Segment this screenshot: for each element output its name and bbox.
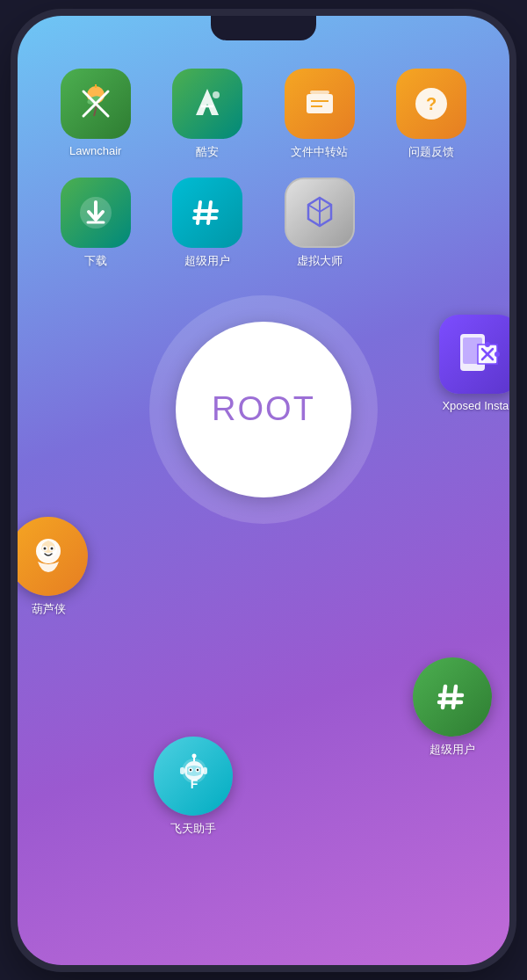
app-label-superuser: 超级用户	[184, 253, 230, 269]
app-icon-xposed-grid	[396, 178, 466, 248]
app-label-virtual: 虚拟大师	[297, 253, 343, 269]
app-item-superuser[interactable]: 超级用户	[156, 178, 260, 269]
svg-point-25	[36, 539, 61, 563]
svg-rect-51	[180, 767, 184, 774]
app-icon-filetransfer	[285, 69, 355, 139]
floating-app-superuser[interactable]: 超级用户	[413, 657, 492, 758]
app-icon-lawnchair	[61, 69, 131, 139]
phone-frame: Lawnchair 酷安	[18, 16, 509, 965]
svg-rect-9	[310, 91, 329, 94]
svg-line-39	[453, 686, 456, 708]
floating-app-huluxia[interactable]: 葫芦侠	[18, 517, 88, 617]
svg-line-22	[320, 205, 331, 212]
app-label-download: 下载	[84, 253, 107, 269]
svg-point-30	[51, 547, 54, 549]
svg-point-35	[495, 352, 500, 357]
app-label-feedback: 问题反馈	[408, 144, 454, 160]
app-item-lawnchair[interactable]: Lawnchair	[44, 69, 148, 160]
floating-icon-superuser	[413, 657, 492, 737]
svg-point-49	[191, 754, 196, 759]
root-area[interactable]: ROOT	[44, 295, 483, 524]
app-label-kuanapp: 酷安	[196, 144, 219, 160]
svg-text:?: ?	[426, 94, 437, 113]
svg-point-29	[44, 547, 47, 549]
floating-icon-huluxia	[18, 517, 88, 596]
svg-point-27	[42, 546, 47, 551]
svg-point-7	[213, 91, 220, 98]
app-item-filetransfer[interactable]: 文件中转站	[268, 69, 372, 160]
svg-point-43	[184, 761, 204, 780]
svg-line-36	[482, 349, 493, 359]
floating-label-superuser: 超级用户	[430, 742, 475, 758]
floating-label-huluxia: 葫芦侠	[32, 601, 66, 617]
svg-point-34	[485, 342, 490, 347]
floating-app-feitian[interactable]: F 飞天助手	[154, 737, 233, 837]
app-icon-feedback: ?	[396, 69, 466, 139]
app-item-kuanapp[interactable]: 酷安	[156, 69, 260, 160]
svg-rect-52	[203, 767, 207, 774]
svg-point-46	[189, 769, 191, 771]
app-icon-virtual	[285, 178, 355, 248]
svg-point-45	[195, 768, 199, 773]
svg-text:F: F	[190, 777, 198, 791]
svg-rect-8	[307, 94, 333, 113]
screen: Lawnchair 酷安	[18, 16, 509, 965]
app-item-virtual[interactable]: 虚拟大师	[268, 178, 372, 269]
root-text: ROOT	[212, 390, 315, 428]
floating-icon-feitian: F	[154, 737, 233, 816]
svg-point-28	[49, 546, 54, 551]
app-label-lawnchair: Lawnchair	[69, 144, 121, 157]
app-label-filetransfer: 文件中转站	[291, 144, 348, 160]
svg-line-37	[482, 349, 493, 359]
svg-line-23	[308, 205, 320, 212]
floating-label-feitian: 飞天助手	[170, 821, 216, 837]
app-icon-kuanapp	[172, 69, 242, 139]
svg-point-44	[188, 768, 192, 773]
root-button[interactable]: ROOT	[176, 322, 351, 497]
app-icon-superuser	[172, 178, 242, 248]
svg-point-42	[182, 759, 206, 783]
root-outer-ring: ROOT	[149, 295, 378, 524]
app-item-download[interactable]: 下载	[44, 178, 148, 269]
notch	[211, 16, 316, 40]
svg-point-26	[40, 541, 57, 558]
app-grid: Lawnchair 酷安	[44, 69, 483, 269]
app-icon-download	[61, 178, 131, 248]
app-item-feedback[interactable]: ? 问题反馈	[380, 69, 484, 160]
svg-point-47	[196, 769, 198, 771]
svg-line-38	[443, 686, 445, 708]
